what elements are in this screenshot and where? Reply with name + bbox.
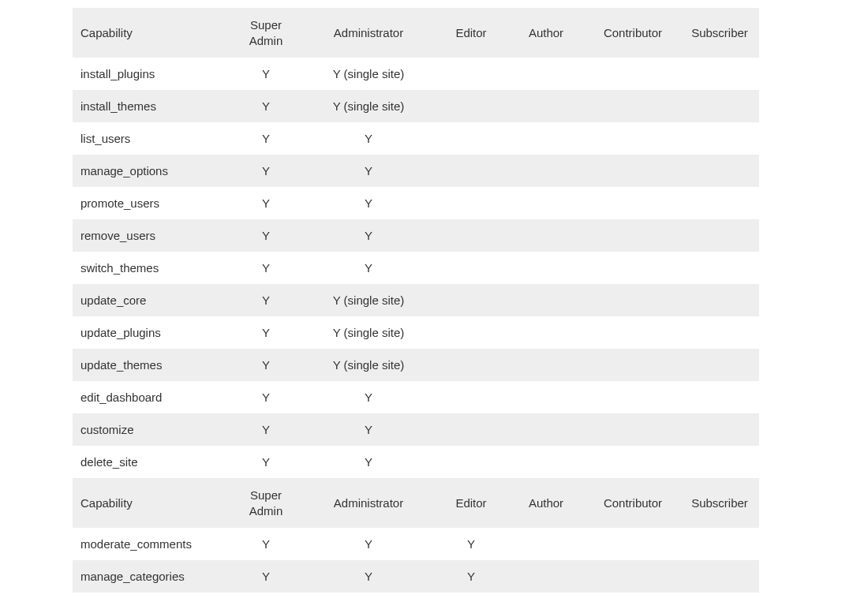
capabilities-table-1-head: Capability Super Admin Administrator Edi… xyxy=(73,8,759,58)
capabilities-table-1: Capability Super Admin Administrator Edi… xyxy=(73,8,759,478)
cell-editor xyxy=(436,381,507,413)
table-row: install_themesYY (single site) xyxy=(73,90,759,122)
page: Capability Super Admin Administrator Edi… xyxy=(0,0,868,598)
table-row: delete_siteYY xyxy=(73,446,759,478)
cell-super-admin: Y xyxy=(230,528,301,560)
cell-super-admin: Y xyxy=(230,252,301,284)
col-super-admin: Super Admin xyxy=(230,478,301,528)
col-subscriber: Subscriber xyxy=(680,8,759,58)
cell-capability: list_users xyxy=(73,122,230,155)
cell-super-admin: Y xyxy=(230,187,301,219)
table-row: manage_categoriesYYY xyxy=(73,560,759,592)
cell-capability: promote_users xyxy=(73,187,230,219)
col-contributor: Contributor xyxy=(586,478,680,528)
cell-subscriber xyxy=(680,316,759,349)
cell-subscriber xyxy=(680,528,759,560)
cell-administrator: Y xyxy=(301,446,436,478)
cell-super-admin: Y xyxy=(230,413,301,446)
cell-contributor xyxy=(586,528,680,560)
cell-capability: customize xyxy=(73,413,230,446)
cell-contributor xyxy=(586,446,680,478)
cell-editor xyxy=(436,316,507,349)
cell-author xyxy=(507,187,586,219)
cell-subscriber xyxy=(680,284,759,316)
col-capability: Capability xyxy=(73,8,230,58)
cell-administrator: Y xyxy=(301,219,436,252)
header-row: Capability Super Admin Administrator Edi… xyxy=(73,478,759,528)
cell-capability: remove_users xyxy=(73,219,230,252)
cell-administrator: Y (single site) xyxy=(301,90,436,122)
cell-contributor xyxy=(586,219,680,252)
cell-super-admin: Y xyxy=(230,560,301,592)
cell-administrator: Y xyxy=(301,560,436,592)
col-administrator: Administrator xyxy=(301,8,436,58)
cell-author xyxy=(507,560,586,592)
cell-editor xyxy=(436,252,507,284)
cell-editor: Y xyxy=(436,528,507,560)
col-subscriber: Subscriber xyxy=(680,478,759,528)
cell-author xyxy=(507,252,586,284)
cell-author xyxy=(507,446,586,478)
col-administrator: Administrator xyxy=(301,478,436,528)
cell-capability: manage_categories xyxy=(73,560,230,592)
cell-editor xyxy=(436,187,507,219)
cell-subscriber xyxy=(680,381,759,413)
cell-contributor xyxy=(586,560,680,592)
cell-capability: update_plugins xyxy=(73,316,230,349)
cell-contributor xyxy=(586,381,680,413)
cell-author xyxy=(507,316,586,349)
cell-subscriber xyxy=(680,219,759,252)
cell-editor xyxy=(436,90,507,122)
cell-super-admin: Y xyxy=(230,349,301,381)
cell-capability: edit_dashboard xyxy=(73,381,230,413)
cell-super-admin: Y xyxy=(230,381,301,413)
cell-contributor xyxy=(586,90,680,122)
cell-editor xyxy=(436,349,507,381)
cell-subscriber xyxy=(680,58,759,90)
cell-author xyxy=(507,90,586,122)
cell-editor xyxy=(436,413,507,446)
cell-subscriber xyxy=(680,349,759,381)
cell-editor xyxy=(436,446,507,478)
col-capability: Capability xyxy=(73,478,230,528)
cell-subscriber xyxy=(680,446,759,478)
table-row: edit_dashboardYY xyxy=(73,381,759,413)
table-row: customizeYY xyxy=(73,413,759,446)
cell-capability: delete_site xyxy=(73,446,230,478)
table-row: remove_usersYY xyxy=(73,219,759,252)
header-row: Capability Super Admin Administrator Edi… xyxy=(73,8,759,58)
cell-administrator: Y xyxy=(301,187,436,219)
col-contributor: Contributor xyxy=(586,8,680,58)
cell-administrator: Y (single site) xyxy=(301,284,436,316)
cell-capability: install_plugins xyxy=(73,58,230,90)
cell-author xyxy=(507,349,586,381)
cell-author xyxy=(507,381,586,413)
cell-author xyxy=(507,528,586,560)
cell-subscriber xyxy=(680,122,759,155)
capabilities-table-2-head: Capability Super Admin Administrator Edi… xyxy=(73,478,759,528)
cell-administrator: Y xyxy=(301,252,436,284)
cell-subscriber xyxy=(680,155,759,187)
cell-subscriber xyxy=(680,560,759,592)
cell-administrator: Y (single site) xyxy=(301,58,436,90)
cell-administrator: Y xyxy=(301,155,436,187)
cell-editor xyxy=(436,155,507,187)
cell-super-admin: Y xyxy=(230,122,301,155)
table-row: promote_usersYY xyxy=(73,187,759,219)
cell-contributor xyxy=(586,316,680,349)
cell-editor xyxy=(436,284,507,316)
cell-author xyxy=(507,413,586,446)
cell-administrator: Y xyxy=(301,122,436,155)
cell-subscriber xyxy=(680,187,759,219)
cell-contributor xyxy=(586,122,680,155)
cell-super-admin: Y xyxy=(230,446,301,478)
cell-contributor xyxy=(586,349,680,381)
cell-capability: update_themes xyxy=(73,349,230,381)
cell-editor xyxy=(436,122,507,155)
col-author: Author xyxy=(507,478,586,528)
cell-author xyxy=(507,122,586,155)
cell-super-admin: Y xyxy=(230,155,301,187)
table-row: install_pluginsYY (single site) xyxy=(73,58,759,90)
table-row: update_coreYY (single site) xyxy=(73,284,759,316)
cell-administrator: Y xyxy=(301,528,436,560)
